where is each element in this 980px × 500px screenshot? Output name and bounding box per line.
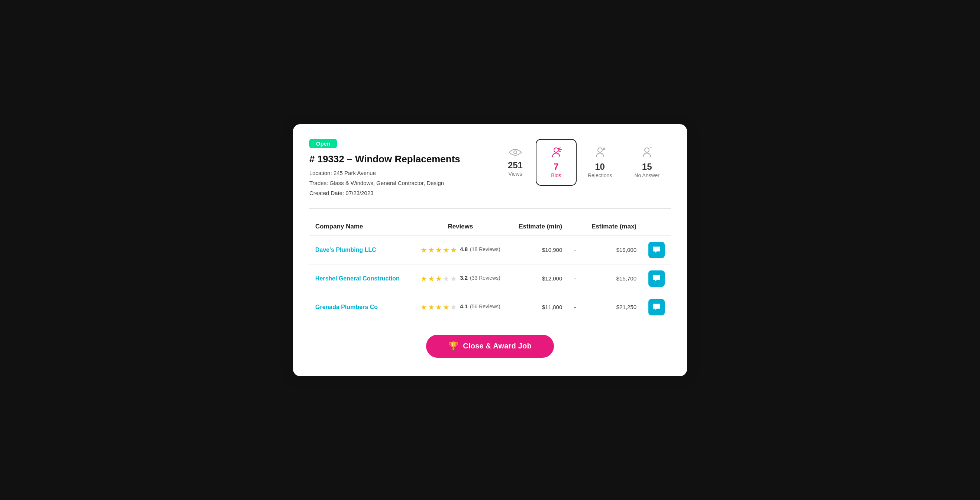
- star-filled: ★: [435, 303, 442, 312]
- review-score: 3.2: [458, 275, 468, 281]
- reviews-cell: ★★★★★ 4.1 (56 Reviews): [412, 293, 509, 321]
- cta-row: 🏆 Close & Award Job: [309, 335, 671, 358]
- star-filled: ★: [435, 274, 442, 283]
- star-filled: ★: [428, 274, 434, 283]
- header-row: Open # 19332 – Window Replacements Locat…: [309, 139, 671, 198]
- trophy-icon: 🏆: [449, 341, 458, 351]
- star-filled: ★: [428, 303, 434, 312]
- bids-number: 7: [554, 162, 558, 171]
- bids-table: Company Name Reviews Estimate (min) Esti…: [309, 219, 671, 321]
- rejections-number: 10: [595, 162, 605, 171]
- close-award-label: Close & Award Job: [463, 342, 531, 350]
- company-link[interactable]: Grenada Plumbers Co: [315, 304, 378, 310]
- chat-cell: [643, 293, 671, 321]
- range-dash: -: [568, 264, 582, 293]
- no-answer-label: No Answer: [634, 172, 660, 178]
- close-award-button[interactable]: 🏆 Close & Award Job: [426, 335, 554, 358]
- range-dash: -: [568, 293, 582, 321]
- svg-point-2: [598, 148, 602, 152]
- stars-group: ★★★★★: [420, 303, 457, 312]
- star-filled: ★: [443, 303, 449, 312]
- chat-button[interactable]: [648, 242, 665, 258]
- job-location: Location: 245 Park Avenue: [309, 168, 487, 178]
- reviews-cell: ★★★★★ 4.8 (18 Reviews): [412, 235, 509, 264]
- chat-button[interactable]: [648, 270, 665, 287]
- chat-button[interactable]: [648, 299, 665, 315]
- stars-group: ★★★★★: [420, 274, 457, 283]
- review-score: 4.8: [458, 246, 468, 252]
- company-link[interactable]: Hershel General Construction: [315, 275, 400, 282]
- estimate-max: $15,700: [582, 264, 643, 293]
- views-number: 251: [508, 161, 523, 170]
- status-badge: Open: [309, 139, 337, 148]
- star-filled: ★: [428, 246, 434, 254]
- stat-rejections[interactable]: 10 Rejections: [577, 140, 623, 185]
- col-action: [643, 219, 671, 236]
- svg-point-0: [514, 151, 517, 154]
- star-empty: ★: [450, 303, 457, 312]
- stat-views[interactable]: 251 Views: [495, 141, 536, 184]
- table-row: Grenada Plumbers Co★★★★★ 4.1 (56 Reviews…: [309, 293, 671, 321]
- star-filled: ★: [435, 246, 442, 254]
- star-filled: ★: [420, 274, 427, 283]
- star-filled: ★: [420, 246, 427, 254]
- views-label: Views: [508, 171, 522, 177]
- reviews-cell: ★★★★★ 3.2 (33 Reviews): [412, 264, 509, 293]
- job-created: Created Date: 07/23/2023: [309, 188, 487, 198]
- company-link[interactable]: Dave's Plumbing LLC: [315, 247, 376, 253]
- company-name-cell: Dave's Plumbing LLC: [309, 235, 412, 264]
- star-filled: ★: [443, 246, 449, 254]
- stats-row: 251 Views 7 Bids: [495, 139, 671, 186]
- table-row: Hershel General Construction★★★★★ 3.2 (3…: [309, 264, 671, 293]
- svg-point-1: [554, 148, 558, 152]
- estimate-min: $11,800: [509, 293, 568, 321]
- col-company: Company Name: [309, 219, 412, 236]
- star-filled: ★: [450, 246, 457, 254]
- range-dash: -: [568, 235, 582, 264]
- job-card: Open # 19332 – Window Replacements Locat…: [293, 124, 687, 376]
- star-empty: ★: [443, 274, 449, 283]
- stat-bids[interactable]: 7 Bids: [536, 139, 577, 186]
- bids-label: Bids: [551, 172, 561, 178]
- table-header-row: Company Name Reviews Estimate (min) Esti…: [309, 219, 671, 236]
- chat-cell: [643, 264, 671, 293]
- estimate-min: $12,000: [509, 264, 568, 293]
- job-info: Open # 19332 – Window Replacements Locat…: [309, 139, 487, 198]
- company-name-cell: Grenada Plumbers Co: [309, 293, 412, 321]
- estimate-max: $19,000: [582, 235, 643, 264]
- stars-group: ★★★★★: [420, 246, 457, 254]
- estimate-min: $10,900: [509, 235, 568, 264]
- review-score: 4.1: [458, 303, 468, 310]
- col-reviews: Reviews: [412, 219, 509, 236]
- rejections-label: Rejections: [588, 172, 612, 178]
- no-answer-number: 15: [642, 162, 652, 171]
- no-answer-icon: [641, 146, 653, 160]
- rejections-icon: [594, 146, 606, 160]
- section-divider: [309, 208, 671, 209]
- eye-icon: [509, 148, 522, 159]
- col-est-min: Estimate (min): [509, 219, 568, 236]
- col-est-max: Estimate (max): [582, 219, 643, 236]
- job-title: # 19332 – Window Replacements: [309, 153, 487, 165]
- col-dash-header: [568, 219, 582, 236]
- star-filled: ★: [420, 303, 427, 312]
- stat-no-answer[interactable]: 15 No Answer: [623, 140, 671, 185]
- review-count: (56 Reviews): [468, 303, 500, 310]
- table-row: Dave's Plumbing LLC★★★★★ 4.8 (18 Reviews…: [309, 235, 671, 264]
- company-name-cell: Hershel General Construction: [309, 264, 412, 293]
- chat-cell: [643, 235, 671, 264]
- svg-point-3: [645, 148, 649, 152]
- star-empty: ★: [450, 274, 457, 283]
- estimate-max: $21,250: [582, 293, 643, 321]
- review-count: (18 Reviews): [468, 246, 500, 252]
- bids-icon: [550, 146, 562, 160]
- review-count: (33 Reviews): [468, 275, 500, 281]
- job-trades: Trades: Glass & Windows, General Contrac…: [309, 178, 487, 188]
